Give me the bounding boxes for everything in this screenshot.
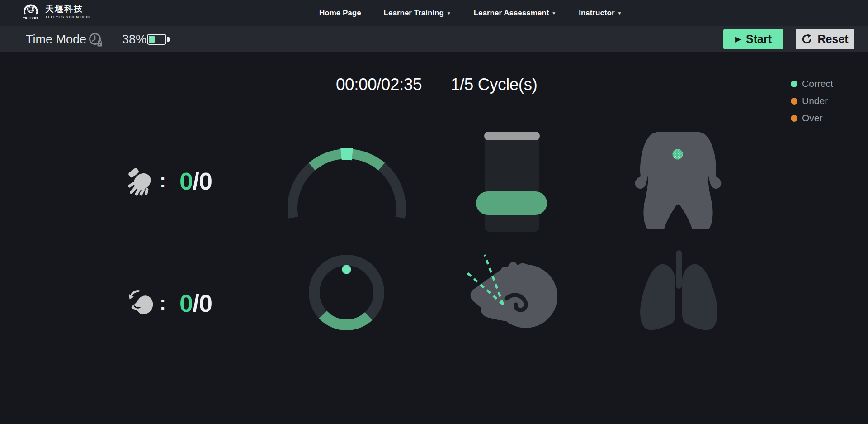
brand-names: 天堰科技 TELLYES SCIENTIFIC bbox=[45, 4, 90, 19]
ventilation-count: 0/0 bbox=[179, 289, 212, 317]
reset-button-label: Reset bbox=[817, 33, 848, 46]
nav-item-home-page[interactable]: Home Page bbox=[319, 9, 361, 18]
nav-label: Home Page bbox=[319, 9, 361, 18]
body-figure bbox=[633, 127, 723, 231]
legend-label: Correct bbox=[802, 78, 833, 89]
legend-dot-correct bbox=[791, 81, 797, 87]
nav-label: Learner Training bbox=[384, 9, 444, 18]
legend-label: Over bbox=[802, 113, 823, 124]
compression-count: 0/0 bbox=[179, 167, 212, 195]
battery-fill bbox=[149, 36, 155, 43]
chevron-down-icon: ▼ bbox=[618, 11, 622, 16]
brand-logo: TELLYES 天堰科技 TELLYES SCIENTIFIC bbox=[21, 3, 90, 20]
compression-rate-gauge bbox=[283, 147, 410, 224]
nav-menu: Home Page Learner Training ▼ Learner Ass… bbox=[319, 0, 622, 26]
reset-button[interactable]: Reset bbox=[796, 29, 854, 49]
score-colon: : bbox=[160, 292, 166, 314]
app-root: TELLYES 天堰科技 TELLYES SCIENTIFIC Home Pag… bbox=[0, 0, 868, 424]
nav-item-learner-assessment[interactable]: Learner Assessment ▼ bbox=[474, 9, 557, 18]
head-tilt-icon bbox=[128, 288, 154, 319]
time-mode-label: Time Mode bbox=[26, 26, 86, 52]
legend-item-correct: Correct bbox=[791, 75, 833, 92]
battery-percent-label: 38% bbox=[122, 26, 146, 52]
play-icon: ▶ bbox=[735, 35, 741, 43]
toolbar: Time Mode 38% ▶ Start Reset bbox=[0, 26, 868, 52]
legend-item-under: Under bbox=[791, 92, 833, 110]
compression-score: : 0/0 bbox=[128, 164, 212, 198]
tellyes-logo-icon: TELLYES bbox=[21, 3, 41, 20]
reset-icon bbox=[801, 33, 812, 45]
compression-correct-count: 0 bbox=[179, 167, 193, 195]
brand-name-cn: 天堰科技 bbox=[45, 4, 90, 14]
score-colon: : bbox=[160, 170, 166, 192]
brand-name-en: TELLYES SCIENTIFIC bbox=[45, 15, 90, 19]
start-button[interactable]: ▶ Start bbox=[723, 29, 783, 49]
hands-icon bbox=[128, 166, 154, 196]
legend-dot-under bbox=[791, 98, 797, 105]
cycle-counter: 1/5 Cycle(s) bbox=[451, 75, 537, 94]
logo-mark-text: TELLYES bbox=[23, 17, 38, 20]
ventilation-total-count: /0 bbox=[193, 290, 212, 317]
compression-point-indicator bbox=[673, 149, 683, 160]
compression-depth-target-zone bbox=[476, 191, 547, 215]
battery-nub bbox=[167, 37, 170, 42]
ventilation-marker-dot bbox=[342, 265, 351, 274]
ventilation-rate-gauge bbox=[306, 252, 387, 333]
head-tilt-figure bbox=[461, 250, 561, 333]
nav-item-learner-training[interactable]: Learner Training ▼ bbox=[384, 9, 451, 18]
compression-depth-track bbox=[485, 133, 539, 232]
compression-total-count: /0 bbox=[193, 167, 212, 195]
legend-dot-over bbox=[791, 115, 797, 122]
compression-depth-top-marker bbox=[484, 132, 540, 140]
battery-icon bbox=[147, 34, 166, 45]
chevron-down-icon: ▼ bbox=[552, 11, 556, 16]
chevron-down-icon: ▼ bbox=[447, 11, 451, 16]
tellyes-globe-icon bbox=[23, 3, 38, 16]
top-nav: TELLYES 天堰科技 TELLYES SCIENTIFIC Home Pag… bbox=[0, 0, 868, 26]
timer-lock-icon[interactable] bbox=[89, 33, 104, 47]
start-button-label: Start bbox=[746, 33, 772, 46]
ventilation-correct-count: 0 bbox=[179, 290, 193, 317]
nav-label: Instructor bbox=[579, 9, 614, 18]
lungs-figure bbox=[635, 249, 730, 336]
legend-item-over: Over bbox=[791, 110, 833, 127]
legend-label: Under bbox=[802, 95, 828, 106]
nav-item-instructor[interactable]: Instructor ▼ bbox=[579, 9, 622, 18]
ventilation-score: : 0/0 bbox=[128, 286, 212, 320]
legend: Correct Under Over bbox=[791, 75, 833, 127]
nav-label: Learner Assessment bbox=[474, 9, 549, 18]
session-timer: 00:00/02:35 bbox=[336, 75, 422, 94]
